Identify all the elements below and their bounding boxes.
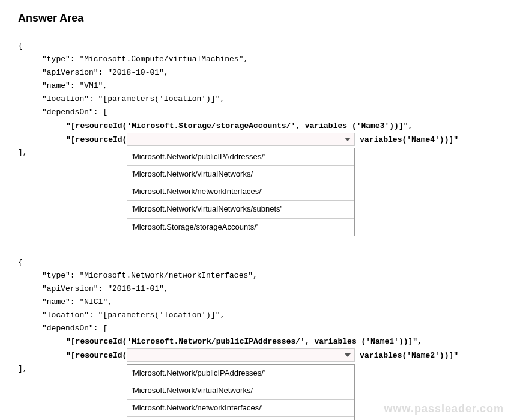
dropdown-list-1: 'Microsoft.Network/publicIPAddresses/' '…: [127, 148, 355, 236]
dependson-line: "dependsOn": [: [18, 322, 493, 335]
brace-open: {: [18, 256, 493, 269]
dropdown-list-2: 'Microsoft.Network/publicIPAddresses/' '…: [127, 364, 355, 420]
dependson-line: "dependsOn": [: [18, 106, 493, 119]
code-block-2: { "type": "Microsoft.Network/networkInte…: [18, 256, 493, 420]
dep2-pre: "[resourceId(: [66, 351, 127, 360]
type-line: "type": "Microsoft.Compute/virtualMachin…: [18, 53, 493, 66]
page-title: Answer Area: [18, 12, 493, 25]
api-line: "apiVersion": "2018-10-01",: [18, 66, 493, 79]
dropdown-select[interactable]: [127, 133, 355, 146]
dep2-post: variables('Name4'))]": [355, 135, 458, 144]
dropdown-option[interactable]: 'Microsoft.Network/virtualNetworks/: [127, 382, 354, 400]
location-line: "location": "[parameters('location')]",: [18, 309, 493, 322]
dep2-line: "[resourceId( 'Microsoft.Network/publicI…: [18, 133, 493, 147]
dropdown-select[interactable]: [127, 348, 355, 362]
chevron-down-icon: [345, 353, 351, 357]
dropdown-option[interactable]: 'Microsoft.Storage/storageAccounts/': [127, 219, 354, 236]
location-line: "location": "[parameters('location')]",: [18, 93, 493, 106]
name-line: "name": "NIC1",: [18, 296, 493, 309]
dropdown-option[interactable]: 'Microsoft.Network/publicIPAddresses/': [127, 148, 354, 166]
dep2-line: "[resourceId( 'Microsoft.Network/publicI…: [18, 348, 493, 362]
chevron-down-icon: [345, 138, 351, 141]
dropdown-option[interactable]: 'Microsoft.Network/networkInterfaces/': [127, 400, 354, 417]
dropdown-2[interactable]: 'Microsoft.Network/publicIPAddresses/' '…: [127, 348, 355, 362]
dep2-post: variables('Name2'))]": [355, 351, 458, 360]
dep1-line: "[resourceId('Microsoft.Storage/storageA…: [18, 120, 493, 133]
dropdown-1[interactable]: 'Microsoft.Network/publicIPAddresses/' '…: [127, 133, 355, 147]
dep1-line: "[resourceId('Microsoft.Network/publicIP…: [18, 335, 493, 348]
dropdown-option[interactable]: 'Microsoft.Network/virtualNetworks/: [127, 166, 354, 183]
dropdown-option[interactable]: 'Microsoft.Network/publicIPAddresses/': [127, 365, 354, 382]
brace-open: {: [18, 40, 493, 53]
api-line: "apiVersion": "2018-11-01",: [18, 282, 493, 296]
code-block-1: { "type": "Microsoft.Compute/virtualMach…: [18, 40, 493, 238]
type-line: "type": "Microsoft.Network/networkInterf…: [18, 269, 493, 282]
dropdown-option[interactable]: 'Microsoft.Network/virtualNetworks/subne…: [127, 417, 354, 420]
name-line: "name": "VM1",: [18, 79, 493, 93]
dropdown-option[interactable]: 'Microsoft.Network/networkInterfaces/': [127, 183, 354, 201]
dep2-pre: "[resourceId(: [66, 135, 127, 144]
dropdown-option[interactable]: 'Microsoft.Network/virtualNetworks/subne…: [127, 201, 354, 218]
